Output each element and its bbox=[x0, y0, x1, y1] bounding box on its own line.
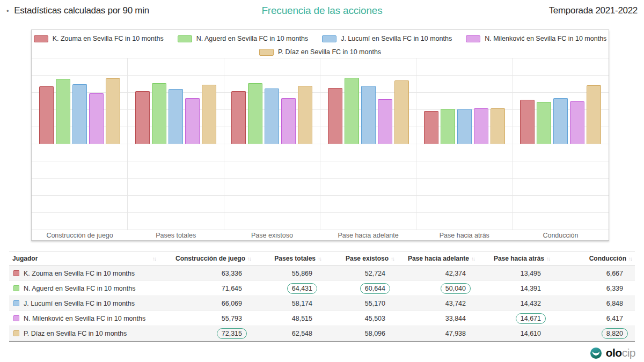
highlighted-value: 8,820 bbox=[602, 328, 628, 339]
column-header[interactable]: Conducción↑↓ bbox=[553, 252, 635, 265]
bar[interactable] bbox=[441, 109, 455, 144]
legend-item[interactable]: J. Lucumí en Sevilla FC in 10 months bbox=[322, 35, 452, 42]
highlighted-value: 64,431 bbox=[287, 283, 317, 294]
column-header[interactable]: Jugador↑↓ bbox=[9, 252, 159, 265]
legend-swatch-icon bbox=[259, 49, 274, 56]
bar[interactable] bbox=[378, 99, 392, 144]
value-cell: 42,374 bbox=[397, 270, 478, 277]
highlighted-value: 72,315 bbox=[217, 328, 247, 339]
category-bar-area bbox=[224, 58, 320, 144]
bar[interactable] bbox=[328, 88, 342, 144]
value-cell: 6,417 bbox=[553, 315, 635, 322]
value-cell: 58,174 bbox=[254, 300, 324, 307]
sort-icon[interactable]: ↑↓ bbox=[471, 256, 474, 262]
bar[interactable] bbox=[424, 111, 438, 144]
legend-item[interactable]: N. Milenković en Sevilla FC in 10 months bbox=[466, 35, 606, 42]
stats-table: Jugador↑↓Construcción de juego↑↓Pases to… bbox=[9, 251, 635, 342]
category-label: Pase hacia adelante bbox=[320, 230, 416, 239]
column-header-label: Conducción bbox=[589, 255, 626, 262]
legend-item[interactable]: N. Aguerd en Sevilla FC in 10 months bbox=[178, 35, 308, 42]
value-cell: 64,431 bbox=[254, 283, 324, 294]
legend-item-label: K. Zouma en Sevilla FC in 10 months bbox=[53, 35, 164, 42]
bar[interactable] bbox=[135, 91, 150, 144]
legend-item-label: N. Aguerd en Sevilla FC in 10 months bbox=[196, 35, 308, 42]
page-title: Frecuencia de las acciones bbox=[0, 5, 644, 17]
sort-icon[interactable]: ↑↓ bbox=[546, 256, 550, 262]
column-header[interactable]: Pase hacia atrás↑↓ bbox=[478, 252, 553, 265]
bar[interactable] bbox=[537, 102, 551, 144]
highlighted-value: 14,671 bbox=[516, 313, 546, 324]
value-cell: 14,432 bbox=[478, 300, 553, 307]
column-header-label: Pase hacia adelante bbox=[408, 255, 469, 262]
category-label: Construcción de juego bbox=[32, 230, 128, 239]
bar[interactable] bbox=[72, 84, 87, 144]
value-cell: 6,848 bbox=[553, 300, 635, 307]
bar[interactable] bbox=[281, 98, 296, 144]
bar[interactable] bbox=[491, 108, 505, 144]
category-group bbox=[416, 58, 513, 230]
value-cell: 72,315 bbox=[159, 328, 254, 339]
legend-item[interactable]: K. Zouma en Sevilla FC in 10 months bbox=[34, 35, 164, 42]
bar[interactable] bbox=[553, 98, 568, 144]
bar[interactable] bbox=[345, 78, 359, 144]
player-swatch-icon bbox=[13, 270, 19, 276]
bar[interactable] bbox=[169, 89, 183, 144]
chart-panel: K. Zouma en Sevilla FC in 10 monthsN. Ag… bbox=[31, 29, 609, 241]
bar[interactable] bbox=[202, 85, 216, 144]
legend-item-label: N. Milenković en Sevilla FC in 10 months bbox=[485, 35, 606, 42]
bar[interactable] bbox=[231, 91, 246, 144]
value-cell: 55,869 bbox=[254, 270, 324, 277]
category-group bbox=[224, 58, 320, 230]
highlighted-value: 50,040 bbox=[441, 283, 471, 294]
bar[interactable] bbox=[152, 83, 166, 144]
table-row: P. Díaz en Sevilla FC in 10 months72,315… bbox=[9, 326, 635, 341]
sort-icon[interactable]: ↑↓ bbox=[247, 256, 251, 262]
sort-icon[interactable]: ↑↓ bbox=[152, 256, 156, 262]
sort-icon[interactable]: ↑↓ bbox=[628, 256, 632, 262]
value-cell: 66,069 bbox=[159, 300, 254, 307]
bar[interactable] bbox=[185, 98, 200, 144]
column-header[interactable]: Pases totales↑↓ bbox=[254, 252, 324, 265]
page: • Estadísticas calculadas por 90 min Fre… bbox=[0, 0, 644, 362]
season-label: Temporada 2021-2022 bbox=[549, 5, 638, 16]
bar[interactable] bbox=[520, 100, 535, 144]
value-cell: 52,724 bbox=[324, 270, 397, 277]
bar[interactable] bbox=[265, 88, 279, 144]
sort-icon[interactable]: ↑↓ bbox=[318, 256, 321, 262]
category-label: Pase hacia atrás bbox=[416, 230, 513, 239]
column-header[interactable]: Pase hacia adelante↑↓ bbox=[397, 252, 478, 265]
column-header[interactable]: Construcción de juego↑↓ bbox=[159, 252, 254, 265]
bar[interactable] bbox=[587, 85, 601, 144]
bar[interactable] bbox=[298, 86, 312, 144]
legend-swatch-icon bbox=[34, 35, 48, 42]
category-group bbox=[320, 58, 416, 230]
value-cell: 14,391 bbox=[478, 285, 553, 292]
bar[interactable] bbox=[361, 86, 376, 144]
table-header-row: Jugador↑↓Construcción de juego↑↓Pases to… bbox=[9, 251, 635, 266]
value-cell: 47,938 bbox=[397, 330, 478, 337]
bar[interactable] bbox=[248, 83, 262, 144]
bar[interactable] bbox=[570, 101, 584, 144]
legend-item[interactable]: P. Díaz en Sevilla FC in 10 months bbox=[259, 48, 381, 56]
bar[interactable] bbox=[394, 80, 409, 144]
olocip-logo-icon bbox=[590, 347, 602, 359]
category-bar-area bbox=[416, 58, 512, 144]
category-bar-area bbox=[32, 58, 127, 144]
player-cell: K. Zouma en Sevilla FC in 10 months bbox=[9, 270, 159, 277]
bar[interactable] bbox=[56, 79, 70, 144]
value-cell: 48,515 bbox=[254, 315, 324, 322]
bar[interactable] bbox=[474, 108, 488, 144]
column-header[interactable]: Pase existoso↑↓ bbox=[324, 252, 397, 265]
bar[interactable] bbox=[106, 78, 120, 144]
value-cell: 62,548 bbox=[254, 330, 324, 337]
bar[interactable] bbox=[39, 86, 54, 144]
value-cell: 8,820 bbox=[553, 328, 635, 339]
column-header-label: Jugador bbox=[12, 255, 150, 262]
bar[interactable] bbox=[457, 109, 472, 144]
sort-icon[interactable]: ↑↓ bbox=[391, 256, 394, 262]
category-group bbox=[32, 58, 128, 230]
chart-legend-row-1: K. Zouma en Sevilla FC in 10 monthsN. Ag… bbox=[32, 34, 609, 43]
category-label: Pases totales bbox=[128, 230, 224, 239]
bar[interactable] bbox=[89, 93, 104, 144]
value-cell: 14,610 bbox=[478, 330, 553, 337]
